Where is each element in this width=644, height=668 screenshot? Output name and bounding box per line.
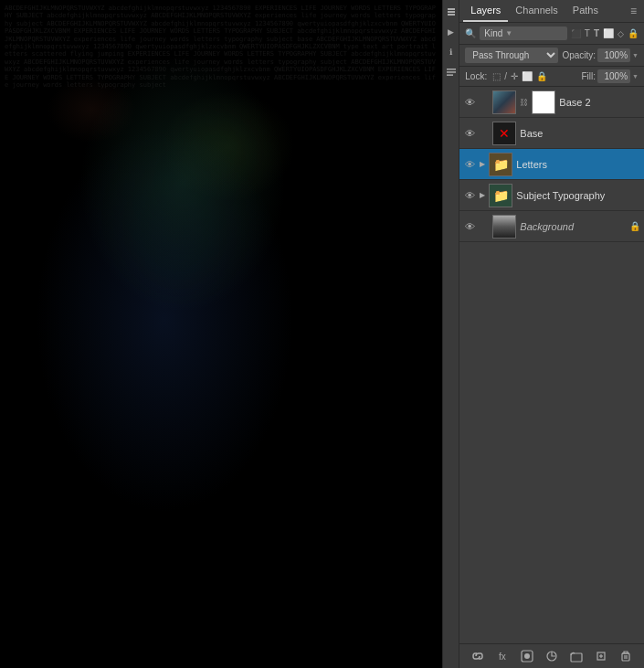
filter-pixel-icon[interactable]: ⬛ [571,29,581,38]
play-icon[interactable]: ▶ [445,26,458,38]
add-mask-button[interactable] [519,648,535,664]
svg-rect-5 [447,74,453,76]
layer-visibility-subject[interactable]: 👁 [463,189,476,202]
tab-paths[interactable]: Paths [565,0,606,22]
svg-rect-13 [622,653,629,661]
delete-layer-button[interactable] [618,648,634,664]
svg-rect-0 [448,8,455,10]
layer-name-base: Base [520,128,640,139]
layer-visibility-base2[interactable]: 👁 [463,96,476,109]
layer-item[interactable]: 👁 ⛓ Base 2 [459,87,644,118]
opacity-label: Opacity: [562,50,596,60]
panel-menu-button[interactable]: ≡ [627,1,640,21]
layer-mask-base2 [532,90,555,114]
new-layer-button[interactable] [593,648,609,664]
layer-thumb-subject: 📁 [489,184,512,207]
add-adjustment-button[interactable] [544,648,560,664]
svg-rect-1 [448,11,455,13]
layer-lock-badge-bg: 🔒 [629,221,640,231]
opacity-dropdown-icon: ▼ [632,52,639,58]
filter-dropdown-icon: ▼ [505,29,512,37]
layer-visibility-bg[interactable]: 👁 [463,220,476,233]
blend-mode-select[interactable]: Pass Through Normal Dissolve Multiply Sc… [465,48,558,63]
filter-kind-label: Kind [484,28,502,38]
layer-thumb-base: ✕ [492,122,516,145]
layer-name-bg: Background [520,221,626,232]
filter-label: 🔍 [465,28,476,38]
layer-info-letters: Letters [516,159,640,170]
tabs-group: Layers Channels Paths [463,0,606,22]
mini-toolbar: ▶ ℹ [442,0,459,668]
svg-point-7 [524,653,530,659]
layer-name-subject: Subject Typography [516,190,640,201]
filter-text-icon[interactable]: T [594,28,599,38]
layer-thumb-bg [492,215,516,239]
filter-smart-icon[interactable]: ◇ [618,29,624,38]
layer-thumb-base2 [492,90,516,114]
layer-item-letters[interactable]: 👁 ▶ 📁 Letters [459,149,644,180]
history-icon[interactable] [445,66,458,79]
svg-rect-3 [447,69,456,70]
lock-icons: ⬚ / ✛ ⬜ 🔒 [492,71,547,81]
panel-bottom: fx [459,643,644,668]
tab-layers[interactable]: Layers [463,0,508,22]
lock-paint-icon[interactable]: / [504,71,507,81]
lock-move-icon[interactable]: ✛ [511,71,518,81]
chain-icon-base2: ⛓ [520,98,528,107]
layer-thumb-letters: 📁 [489,153,512,176]
layer-info-subject: Subject Typography [516,190,640,201]
layer-expand-letters[interactable]: ▶ [480,160,485,168]
layer-item-subject-typography[interactable]: 👁 ▶ 📁 Subject Typography [459,180,644,211]
filter-lock-icon[interactable]: 🔒 [628,28,639,38]
layer-info-bg: Background [520,221,626,232]
canvas-area: ABCDEFGHIJKLMNOPQRSTUVWXYZ abcdefghijklm… [0,0,442,668]
layer-info-base2: Base 2 [559,97,640,108]
tab-channels[interactable]: Channels [508,0,565,22]
opacity-input[interactable] [597,48,630,62]
layers-panel: Layers Channels Paths ≡ 🔍 Kind ▼ ⬛ T T ⬜… [459,0,644,668]
filter-row: 🔍 Kind ▼ ⬛ T T ⬜ ◇ 🔒 [459,23,644,45]
layer-visibility-base[interactable]: 👁 [463,127,476,140]
fill-dropdown-icon: ▼ [632,73,639,80]
layer-info-base: Base [520,128,640,139]
lock-artboard-icon[interactable]: ⬜ [522,71,533,81]
layer-visibility-letters[interactable]: 👁 [463,158,476,171]
layer-item-background[interactable]: 👁 Background 🔒 [459,211,644,242]
svg-rect-2 [448,14,455,16]
layers-list: 👁 ⛓ Base 2 👁 ✕ Base 👁 ▶ 📁 [459,87,644,643]
fill-label: Fill: [582,71,596,81]
opacity-group: Opacity: ▼ [562,48,639,62]
layer-expand-subject[interactable]: ▶ [480,191,485,199]
layer-name-base2: Base 2 [559,97,640,108]
lock-all-icon[interactable]: 🔒 [536,71,547,81]
add-style-button[interactable]: fx [494,648,511,664]
info-icon[interactable]: ℹ [445,46,458,58]
layers-icon[interactable] [445,5,458,18]
panel-tabs: Layers Channels Paths ≡ [459,0,644,23]
svg-rect-9 [571,653,582,662]
fill-input[interactable] [597,69,630,83]
filter-shape-icon[interactable]: ⬜ [603,28,614,38]
svg-rect-4 [447,71,456,73]
filter-icons: ⬛ T T ⬜ ◇ 🔒 [571,28,639,38]
lock-transparent-icon[interactable]: ⬚ [492,71,501,81]
lock-label: Lock: [465,71,487,81]
scattered-letters: ABCDEFGHIJKLMNOPQRSTUVWXYZ abcdefghijklm… [0,0,442,668]
layer-item-base[interactable]: 👁 ✕ Base [459,118,644,149]
fill-group: Fill: ▼ [582,69,639,83]
new-group-button[interactable] [568,648,585,664]
blend-mode-row: Pass Through Normal Dissolve Multiply Sc… [459,45,644,67]
link-layers-button[interactable] [470,648,486,664]
layer-thumb-bg-inner [493,216,515,238]
lock-row: Lock: ⬚ / ✛ ⬜ 🔒 Fill: ▼ [459,67,644,87]
filter-adjust-icon[interactable]: T [585,28,590,38]
layer-name-letters: Letters [516,159,640,170]
filter-search: Kind ▼ [480,27,566,40]
canvas-content: ABCDEFGHIJKLMNOPQRSTUVWXYZ abcdefghijklm… [0,0,442,668]
